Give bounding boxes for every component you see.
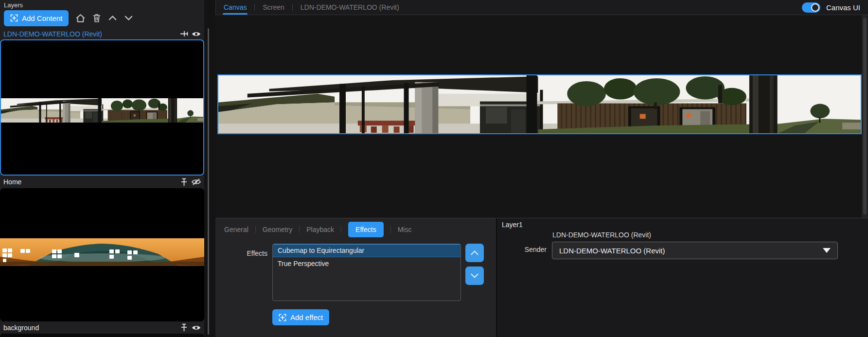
scrollbar-thumb[interactable] (863, 18, 867, 214)
app-window: Layers Add Content (0, 0, 868, 337)
canvas-scrollbar[interactable] (862, 15, 868, 218)
layer-thumbnail-ldn-demo-waterloo[interactable] (0, 39, 204, 176)
home-button[interactable] (75, 14, 86, 23)
canvas-ui-control: Canvas UI (802, 2, 868, 13)
tab-playback[interactable]: Playback (306, 226, 334, 233)
eye-off-icon[interactable] (192, 178, 201, 185)
effect-item-true-perspective[interactable]: True Perspective (273, 257, 461, 270)
scrollbar-thumb[interactable] (208, 28, 209, 335)
layer-thumbnail-panorama (1, 98, 203, 123)
properties-tabs: General Geometry Playback Effects Misc (215, 218, 496, 241)
add-effect-button[interactable]: Add effect (272, 309, 329, 325)
layer-thumbnail-desktop (0, 238, 204, 266)
tab-separator (255, 226, 256, 233)
effects-section: Effects Cubemap to Equirectangular True … (215, 244, 496, 301)
canvas-ui-label: Canvas UI (826, 3, 860, 12)
sender-selected-value: LDN-DEMO-WATERLOO (Revit) (559, 247, 823, 255)
tab-separator (292, 4, 293, 11)
tab-separator (341, 226, 341, 233)
layers-panel-title: Layers (0, 0, 204, 9)
add-effect-label: Add effect (290, 313, 323, 321)
eye-icon[interactable] (192, 31, 201, 37)
add-content-button[interactable]: Add Content (4, 10, 69, 26)
delete-button[interactable] (92, 13, 101, 23)
add-content-label: Add Content (22, 14, 62, 22)
canvas-view-tabs: Canvas Screen LDN-DEMO-WATERLOO (Revit) (216, 0, 400, 15)
canvas-viewport[interactable] (215, 15, 868, 218)
tab-geometry[interactable]: Geometry (263, 226, 292, 233)
panorama-render (218, 75, 861, 133)
chevron-up-icon (470, 250, 479, 255)
layer-properties-title: Layer1 (502, 221, 523, 229)
canvas-panorama-content[interactable] (217, 74, 862, 134)
move-layer-up-button[interactable] (108, 16, 117, 20)
pin-icon[interactable] (180, 323, 188, 332)
chevron-down-icon (470, 273, 479, 278)
effect-move-up-button[interactable] (465, 244, 484, 262)
tab-separator (254, 4, 255, 11)
effects-label: Effects (215, 244, 272, 301)
layers-toolbar: Add Content (0, 9, 204, 29)
toggle-knob (811, 3, 819, 12)
canvas-header: Canvas Screen LDN-DEMO-WATERLOO (Revit) … (215, 0, 868, 15)
home-icon (75, 14, 86, 23)
layer-name: LDN-DEMO-WATERLOO (Revit) (3, 30, 177, 38)
layer-properties-panel: Layer1 LDN-DEMO-WATERLOO (Revit) Sender … (496, 218, 868, 337)
chevron-down-icon (124, 16, 133, 20)
tab-misc[interactable]: Misc (398, 226, 412, 233)
dropdown-arrow-icon (823, 248, 831, 253)
effect-item-cubemap[interactable]: Cubemap to Equirectangular (273, 244, 461, 257)
tab-effects[interactable]: Effects (348, 222, 384, 237)
effect-reorder-buttons (465, 244, 484, 301)
tab-separator (390, 226, 391, 233)
tab-screen[interactable]: Screen (262, 0, 285, 15)
layer-thumbnail-background-partial[interactable] (0, 334, 204, 337)
layers-panel-scrollbar[interactable] (204, 0, 215, 337)
tab-ldn-demo-waterloo[interactable]: LDN-DEMO-WATERLOO (Revit) (300, 0, 400, 15)
chevron-up-icon (108, 16, 117, 20)
sender-label: Sender (497, 246, 547, 253)
layer-name: Home (3, 178, 177, 186)
layer-thumbnail-home[interactable] (0, 188, 204, 321)
layer-content-name: LDN-DEMO-WATERLOO (Revit) (552, 231, 651, 239)
tab-canvas[interactable]: Canvas (223, 0, 248, 15)
canvas-ui-toggle[interactable] (802, 2, 820, 13)
effects-list[interactable]: Cubemap to Equirectangular True Perspect… (272, 244, 461, 301)
layers-panel: Layers Add Content (0, 0, 204, 337)
tab-general[interactable]: General (224, 226, 248, 233)
sender-dropdown[interactable]: LDN-DEMO-WATERLOO (Revit) (552, 242, 838, 259)
tab-separator (299, 226, 300, 233)
layer-name: background (3, 324, 177, 332)
plus-box-icon (10, 14, 18, 22)
trash-icon (92, 13, 101, 23)
move-layer-down-button[interactable] (124, 16, 133, 20)
plus-box-icon (279, 314, 286, 321)
properties-panel: General Geometry Playback Effects Misc E… (215, 218, 496, 337)
layer-row-home[interactable]: Home (0, 176, 204, 189)
pin-icon[interactable] (180, 178, 188, 186)
layer-row-ldn-demo-waterloo[interactable]: LDN-DEMO-WATERLOO (Revit) (0, 29, 204, 39)
layer-row-background[interactable]: background (0, 321, 204, 334)
eye-icon[interactable] (192, 324, 201, 331)
pin-icon[interactable] (180, 30, 188, 37)
effect-move-down-button[interactable] (465, 266, 484, 285)
